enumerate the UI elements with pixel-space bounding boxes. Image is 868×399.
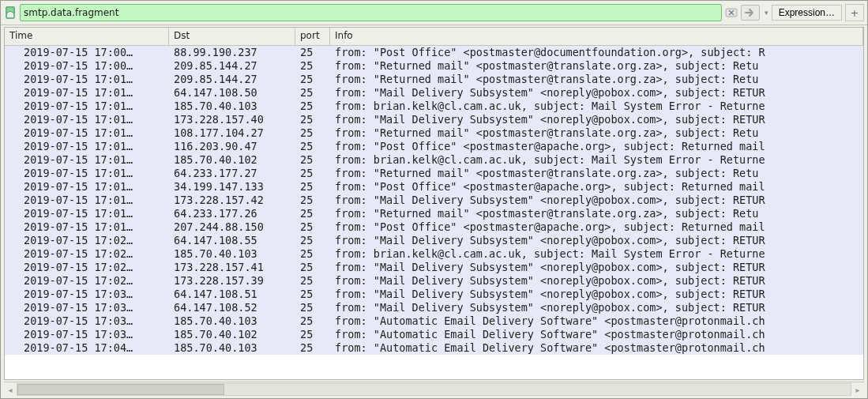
cell-dst: 173.228.157.40 [169,113,295,126]
cell-time: 2019-07-15 17:01… [5,140,169,153]
clear-filter-icon[interactable] [725,6,738,19]
packet-row[interactable]: 2019-07-15 17:01…64.233.177.2725from: "R… [5,167,863,180]
cell-time: 2019-07-15 17:01… [5,113,169,126]
cell-info: from: "Post Office" <postmaster@document… [330,46,863,59]
cell-dst: 207.244.88.150 [169,220,295,234]
cell-dst: 116.203.90.47 [169,140,295,153]
cell-port: 25 [295,247,330,261]
packet-row[interactable]: 2019-07-15 17:01…64.147.108.5025from: "M… [5,86,863,100]
cell-port: 25 [295,113,330,126]
cell-time: 2019-07-15 17:03… [5,314,169,328]
cell-dst: 88.99.190.237 [169,46,295,59]
cell-info: from: "Returned mail" <postmaster@transl… [330,126,863,140]
cell-port: 25 [295,59,330,73]
packet-row[interactable]: 2019-07-15 17:01…173.228.157.4025from: "… [5,113,863,126]
cell-info: from: "Returned mail" <postmaster@transl… [330,73,863,86]
cell-dst: 173.228.157.39 [169,274,295,288]
cell-dst: 185.70.40.103 [169,341,295,355]
cell-time: 2019-07-15 17:00… [5,59,169,73]
display-filter-toolbar: ▾ Expression… + [1,1,867,25]
scrollbar-thumb[interactable] [17,384,224,395]
cell-dst: 173.228.157.42 [169,194,295,207]
packet-row[interactable]: 2019-07-15 17:02…185.70.40.10325from: br… [5,247,863,261]
cell-port: 25 [295,167,330,180]
cell-time: 2019-07-15 17:01… [5,220,169,234]
packet-row[interactable]: 2019-07-15 17:02…173.228.157.3925from: "… [5,274,863,288]
filter-history-dropdown-icon[interactable]: ▾ [765,9,768,17]
cell-dst: 108.177.104.27 [169,126,295,140]
cell-dst: 185.70.40.103 [169,314,295,328]
expression-button[interactable]: Expression… [772,5,842,21]
column-header-dst[interactable]: Dst [169,28,295,45]
packet-row[interactable]: 2019-07-15 17:04…185.70.40.10325from: "A… [5,341,863,355]
display-filter-input[interactable] [20,4,722,21]
cell-time: 2019-07-15 17:02… [5,234,169,247]
packet-row[interactable]: 2019-07-15 17:03…185.70.40.10325from: "A… [5,314,863,328]
packet-row[interactable]: 2019-07-15 17:01…64.233.177.2625from: "R… [5,207,863,220]
cell-dst: 64.147.108.50 [169,86,295,100]
cell-info: from: "Post Office" <postmaster@apache.o… [330,140,863,153]
cell-port: 25 [295,220,330,234]
cell-dst: 185.70.40.103 [169,247,295,261]
packet-row[interactable]: 2019-07-15 17:01…185.70.40.10325from: br… [5,100,863,113]
scroll-left-arrow-icon[interactable]: ◂ [4,384,17,395]
packet-row[interactable]: 2019-07-15 17:02…173.228.157.4125from: "… [5,261,863,274]
cell-port: 25 [295,126,330,140]
apply-filter-button[interactable] [741,5,760,21]
cell-info: from: "Automatic Email Delivery Software… [330,341,863,355]
packet-row[interactable]: 2019-07-15 17:03…185.70.40.10225from: "A… [5,328,863,341]
cell-dst: 64.233.177.27 [169,167,295,180]
cell-info: from: brian.kelk@cl.cam.ac.uk, subject: … [330,247,863,261]
cell-info: from: "Mail Delivery Subsystem" <noreply… [330,86,863,100]
cell-info: from: "Automatic Email Delivery Software… [330,328,863,341]
cell-time: 2019-07-15 17:01… [5,86,169,100]
packet-row[interactable]: 2019-07-15 17:00…88.99.190.23725from: "P… [5,46,863,59]
scrollbar-track[interactable] [17,383,851,396]
packet-row[interactable]: 2019-07-15 17:01…185.70.40.10225from: br… [5,153,863,167]
cell-info: from: "Mail Delivery Subsystem" <noreply… [330,113,863,126]
packet-row[interactable]: 2019-07-15 17:02…64.147.108.5525from: "M… [5,234,863,247]
column-header-time[interactable]: Time [5,28,169,45]
packet-row[interactable]: 2019-07-15 17:01…108.177.104.2725from: "… [5,126,863,140]
packet-row[interactable]: 2019-07-15 17:01…34.199.147.13325from: "… [5,180,863,194]
cell-port: 25 [295,46,330,59]
cell-info: from: "Returned mail" <postmaster@transl… [330,167,863,180]
cell-time: 2019-07-15 17:00… [5,46,169,59]
cell-dst: 64.147.108.55 [169,234,295,247]
cell-info: from: "Automatic Email Delivery Software… [330,314,863,328]
add-filter-tab-button[interactable]: + [845,4,864,21]
cell-port: 25 [295,180,330,194]
packet-row[interactable]: 2019-07-15 17:01…209.85.144.2725from: "R… [5,73,863,86]
cell-time: 2019-07-15 17:01… [5,126,169,140]
cell-port: 25 [295,207,330,220]
packet-row[interactable]: 2019-07-15 17:01…207.244.88.15025from: "… [5,220,863,234]
scroll-right-arrow-icon[interactable]: ▸ [851,384,864,395]
cell-dst: 209.85.144.27 [169,73,295,86]
packet-rows-container: 2019-07-15 17:00…88.99.190.23725from: "P… [5,46,863,379]
cell-dst: 34.199.147.133 [169,180,295,194]
cell-time: 2019-07-15 17:02… [5,261,169,274]
packet-row[interactable]: 2019-07-15 17:03…64.147.108.5225from: "M… [5,301,863,314]
cell-dst: 209.85.144.27 [169,59,295,73]
packet-row[interactable]: 2019-07-15 17:01…116.203.90.4725from: "P… [5,140,863,153]
packet-row[interactable]: 2019-07-15 17:00…209.85.144.2725from: "R… [5,59,863,73]
cell-dst: 173.228.157.41 [169,261,295,274]
cell-time: 2019-07-15 17:03… [5,288,169,301]
cell-port: 25 [295,314,330,328]
cell-info: from: "Returned mail" <postmaster@transl… [330,207,863,220]
cell-port: 25 [295,194,330,207]
cell-time: 2019-07-15 17:01… [5,167,169,180]
packet-row[interactable]: 2019-07-15 17:03…64.147.108.5125from: "M… [5,288,863,301]
cell-time: 2019-07-15 17:02… [5,274,169,288]
cell-info: from: "Mail Delivery Subsystem" <noreply… [330,261,863,274]
packet-row[interactable]: 2019-07-15 17:01…173.228.157.4225from: "… [5,194,863,207]
column-header-port[interactable]: port [295,28,330,45]
cell-time: 2019-07-15 17:02… [5,247,169,261]
cell-info: from: "Mail Delivery Subsystem" <noreply… [330,274,863,288]
filter-bookmark-icon[interactable] [4,6,17,19]
horizontal-scrollbar[interactable]: ◂ ▸ [4,382,864,397]
column-header-info[interactable]: Info [330,28,863,45]
cell-port: 25 [295,301,330,314]
cell-port: 25 [295,234,330,247]
cell-info: from: "Mail Delivery Subsystem" <noreply… [330,301,863,314]
